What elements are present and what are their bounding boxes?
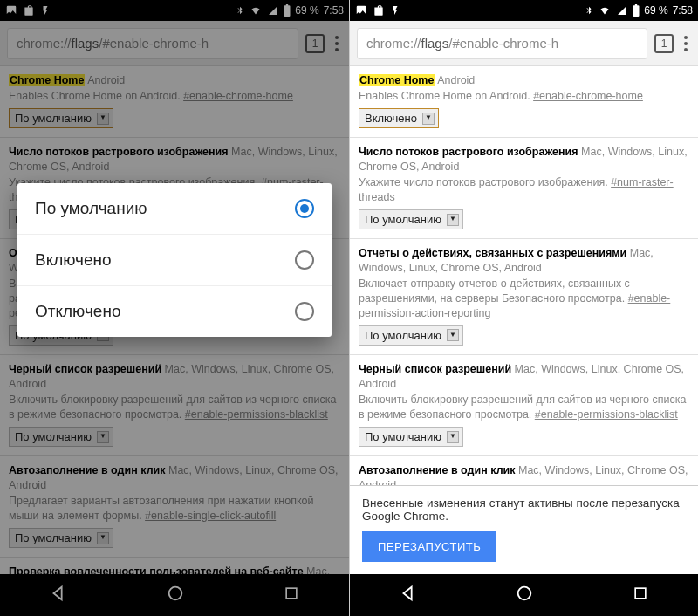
bolt-icon (390, 4, 400, 17)
nav-home-icon[interactable] (515, 584, 534, 606)
flag-desc: Укажите число потоков растрового изображ… (359, 175, 689, 205)
flag-title: Число потоков растрового изображения (359, 146, 578, 158)
restart-button[interactable]: ПЕРЕЗАПУСТИТЬ (362, 531, 496, 562)
flag-title: Автозаполнение в один клик (359, 464, 516, 476)
phone-left: 69 % 7:58 chrome://flags/#enable-chrome-… (0, 0, 349, 616)
chevron-down-icon: ▼ (422, 113, 435, 125)
tab-switcher[interactable]: 1 (654, 34, 674, 53)
flag-link[interactable]: #enable-chrome-home (533, 90, 643, 102)
select-dialog: По умолчаниюВключеноОтключено (17, 183, 332, 337)
flag-desc: Включить блокировку разрешений для сайто… (359, 393, 689, 422)
flag-select-value: По умолчанию (365, 429, 441, 445)
radio-icon (295, 302, 314, 321)
dialog-option[interactable]: Отключено (17, 286, 332, 337)
flag-select-value: По умолчанию (365, 328, 441, 344)
dialog-option[interactable]: По умолчанию (17, 183, 332, 235)
flags-list-right: Chrome Home AndroidEnables Chrome Home o… (350, 66, 698, 494)
battery-pct: 69 % (644, 4, 667, 17)
image-icon (355, 4, 367, 17)
phone-right: 69 % 7:58 chrome://flags/#enable-chrome-… (349, 0, 698, 616)
flag-link[interactable]: #enable-permission-action-reporting (359, 292, 670, 319)
bluetooth-icon (585, 4, 593, 17)
battery-icon (633, 4, 640, 17)
flag-select[interactable]: Включено▼ (359, 108, 439, 129)
option-label: По умолчанию (35, 199, 147, 218)
chevron-down-icon: ▼ (447, 214, 459, 226)
flag-title: Черный список разрешений (359, 363, 511, 375)
chevron-down-icon: ▼ (447, 329, 459, 341)
nav-recent-icon[interactable] (632, 585, 649, 606)
statusbar: 69 % 7:58 (350, 0, 698, 21)
flag-item: Черный список разрешений Mac, Windows, L… (350, 355, 698, 456)
flag-select[interactable]: По умолчанию▼ (359, 325, 463, 346)
radio-icon (295, 199, 314, 218)
flag-platforms: Android (437, 74, 475, 86)
flag-select[interactable]: По умолчанию▼ (359, 427, 463, 448)
flag-select-value: По умолчанию (365, 212, 441, 228)
url-bar[interactable]: chrome://flags/#enable-chrome-h (357, 28, 647, 59)
clock: 7:58 (673, 4, 693, 17)
option-label: Отключено (35, 302, 120, 321)
flag-link[interactable]: #enable-permissions-blacklist (535, 408, 678, 421)
flag-select[interactable]: По умолчанию▼ (359, 209, 463, 230)
flag-title: Chrome Home (359, 74, 435, 86)
banner-text: Внесенные изменения станут активны после… (362, 496, 686, 523)
svg-rect-3 (635, 588, 646, 599)
restart-banner: Внесенные изменения станут активны после… (350, 485, 698, 574)
flag-item: Chrome Home AndroidEnables Chrome Home o… (350, 66, 698, 138)
option-label: Включено (35, 250, 112, 270)
flag-select-value: Включено (365, 111, 417, 127)
radio-icon (295, 250, 314, 270)
nav-back-icon[interactable] (399, 584, 418, 606)
flag-title: Отчеты о действиях, связанных с разрешен… (359, 247, 626, 259)
chevron-down-icon: ▼ (447, 431, 459, 443)
wifi-icon (598, 5, 612, 16)
flag-item: Отчеты о действиях, связанных с разрешен… (350, 239, 698, 355)
menu-icon[interactable] (681, 32, 691, 55)
flag-link[interactable]: #num-raster-threads (359, 176, 674, 203)
flag-desc: Enables Chrome Home on Android. #enable-… (359, 89, 689, 104)
dialog-option[interactable]: Включено (17, 235, 332, 286)
shop-icon (373, 4, 385, 17)
toolbar: chrome://flags/#enable-chrome-h 1 (350, 21, 698, 66)
flag-desc: Включает отправку отчетов о действиях, с… (359, 277, 689, 321)
signal-icon (616, 5, 628, 16)
svg-point-2 (518, 587, 531, 600)
flag-item: Число потоков растрового изображения Mac… (350, 138, 698, 239)
navbar (350, 574, 698, 616)
